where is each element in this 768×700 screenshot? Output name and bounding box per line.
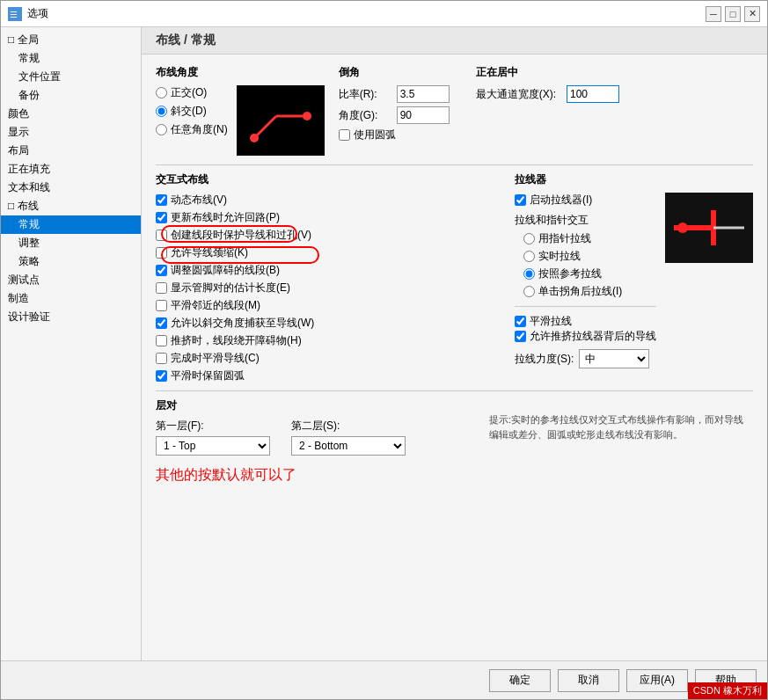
chamfer-angle-input[interactable] bbox=[397, 106, 450, 124]
checkbox-push-obstacle[interactable]: 推挤时，线段绕开障碍物(H) bbox=[156, 333, 501, 348]
checkbox-protect-vias[interactable]: 创建线段时保护导线和过孔(V) bbox=[156, 228, 501, 243]
sidebar-item-routing-adjust[interactable]: 调整 bbox=[1, 234, 141, 252]
csdn-watermark: CSDN 橡木万利 bbox=[688, 682, 767, 699]
layer-section-title: 层对 bbox=[156, 398, 475, 413]
radio-pointer-route[interactable]: 用指针拉线 bbox=[523, 231, 656, 246]
center-title: 正在居中 bbox=[476, 65, 652, 80]
layer-first-col: 第一层(F): 1 - Top bbox=[156, 419, 270, 456]
divider-1 bbox=[156, 164, 753, 165]
chamfer-ratio-input[interactable] bbox=[397, 85, 450, 103]
routing-angle-options: 正交(O) 斜交(D) 任意角度(N) bbox=[156, 85, 228, 137]
layer-second-label: 第二层(S): bbox=[291, 419, 406, 434]
routing-angle-section: 布线角度 正交(O) 斜交(D) bbox=[156, 65, 325, 156]
divider-2 bbox=[156, 390, 753, 391]
content-header: 布线 / 常规 bbox=[142, 27, 767, 55]
router-section: 拉线器 启动拉线器(I) 拉线和指针交互 bbox=[515, 172, 753, 383]
svg-point-5 bbox=[303, 112, 311, 120]
sidebar-item-general[interactable]: 常规 bbox=[1, 49, 141, 68]
radio-click-corner-route[interactable]: 单击拐角后拉线(I) bbox=[523, 284, 656, 299]
interactive-routing-section: 交互式布线 动态布线(V) 更新布线时允许回路(P) bbox=[156, 172, 501, 383]
title-bar: ☰ 选项 ─ □ ✕ bbox=[1, 1, 767, 27]
layer-section: 层对 第一层(F): 1 - Top 第二层(S): bbox=[156, 398, 475, 456]
router-interaction-options: 用指针拉线 实时拉线 按照参考拉线 bbox=[515, 231, 656, 299]
routing-angle-preview bbox=[237, 85, 325, 156]
chamfer-title: 倒角 bbox=[339, 65, 462, 80]
svg-text:☰: ☰ bbox=[10, 10, 18, 19]
sidebar-item-file-location[interactable]: 文件位置 bbox=[1, 68, 141, 86]
sidebar-item-routing[interactable]: □ 布线 bbox=[1, 197, 141, 215]
interactive-routing-title: 交互式布线 bbox=[156, 172, 501, 187]
chamfer-angle-label: 角度(G): bbox=[339, 108, 391, 123]
radio-any-angle[interactable]: 任意角度(N) bbox=[156, 122, 228, 137]
max-channel-input[interactable] bbox=[567, 85, 619, 103]
center-section: 正在居中 最大通道宽度(X): bbox=[476, 65, 652, 156]
sidebar-item-routing-general[interactable]: 常规 bbox=[1, 215, 141, 234]
annotation-text: 其他的按默认就可以了 bbox=[156, 466, 753, 485]
layer-pair: 第一层(F): 1 - Top 第二层(S): 2 - Bottom bbox=[156, 419, 475, 456]
router-inner: 启动拉线器(I) 拉线和指针交互 用指针拉线 bbox=[515, 193, 753, 368]
radio-reference-route[interactable]: 按照参考拉线 bbox=[523, 266, 656, 281]
router-force-select[interactable]: 中 弱 强 bbox=[579, 349, 649, 368]
radio-diagonal[interactable]: 斜交(D) bbox=[156, 104, 228, 119]
router-force-label: 拉线力度(S): bbox=[515, 352, 574, 367]
sidebar-item-backup[interactable]: 备份 bbox=[1, 86, 141, 105]
sidebar-item-testpoint[interactable]: 测试点 bbox=[1, 271, 141, 289]
sidebar-item-text-line[interactable]: 文本和线 bbox=[1, 179, 141, 197]
layer-second-col: 第二层(S): 2 - Bottom bbox=[291, 419, 406, 456]
sidebar-item-filling[interactable]: 正在填充 bbox=[1, 160, 141, 179]
router-enable-checkbox[interactable]: 启动拉线器(I) bbox=[515, 193, 656, 208]
sidebar-item-display[interactable]: 显示 bbox=[1, 123, 141, 142]
chamfer-arc-checkbox[interactable]: 使用圆弧 bbox=[339, 128, 462, 142]
radio-orthogonal[interactable]: 正交(O) bbox=[156, 85, 228, 100]
apply-button[interactable]: 应用(A) bbox=[626, 669, 688, 692]
radio-realtime-route[interactable]: 实时拉线 bbox=[523, 249, 656, 264]
router-interaction-title: 拉线和指针交互 bbox=[515, 213, 656, 228]
sidebar-item-design-verify[interactable]: 设计验证 bbox=[1, 308, 141, 326]
svg-line-2 bbox=[254, 116, 276, 138]
ok-button[interactable]: 确定 bbox=[489, 669, 551, 692]
routing-angle-title: 布线角度 bbox=[156, 65, 325, 80]
router-controls: 启动拉线器(I) 拉线和指针交互 用指针拉线 bbox=[515, 193, 656, 368]
checkbox-arc-obstacle[interactable]: 调整圆弧障碍的线段(B) bbox=[156, 263, 501, 278]
chamfer-section: 倒角 比率(R): 角度(G): 使用圆弧 bbox=[339, 65, 462, 156]
close-button[interactable]: ✕ bbox=[744, 6, 760, 22]
checkbox-update-routing[interactable]: 更新布线时允许回路(P) bbox=[156, 210, 501, 225]
maximize-button[interactable]: □ bbox=[725, 6, 741, 22]
sidebar-item-layout[interactable]: 布局 bbox=[1, 142, 141, 160]
router-visual bbox=[665, 193, 753, 263]
svg-point-4 bbox=[250, 134, 259, 142]
content-area: 布线 / 常规 布线角度 正交(O) bbox=[142, 27, 767, 660]
main-content: □ 全局 常规 文件位置 备份 颜色 显示 布局 正在填充 文本和线 □ 布线 … bbox=[1, 27, 767, 660]
layer-hint-row: 层对 第一层(F): 1 - Top 第二层(S): bbox=[156, 398, 753, 456]
router-force-row: 拉线力度(S): 中 弱 强 bbox=[515, 349, 656, 368]
checkbox-smooth-adjacent[interactable]: 平滑邻近的线段(M) bbox=[156, 298, 501, 313]
sidebar-item-global[interactable]: □ 全局 bbox=[1, 31, 141, 49]
sidebar: □ 全局 常规 文件位置 备份 颜色 显示 布局 正在填充 文本和线 □ 布线 … bbox=[1, 27, 142, 660]
two-col-section: 交互式布线 动态布线(V) 更新布线时允许回路(P) bbox=[156, 172, 753, 383]
router-divider bbox=[515, 306, 656, 307]
window-title: 选项 bbox=[27, 6, 706, 21]
hint-text: 提示:实时的参考拉线仅对交互式布线操作有影响，而对导线编辑或差分、圆弧或蛇形走线… bbox=[489, 412, 753, 441]
router-smooth-checkbox[interactable]: 平滑拉线 bbox=[515, 314, 656, 329]
checkbox-keep-arc[interactable]: 平滑时保留圆弧 bbox=[156, 368, 501, 383]
sidebar-item-routing-strategy[interactable]: 策略 bbox=[1, 252, 141, 271]
interactive-routing-options: 动态布线(V) 更新布线时允许回路(P) 创建线段时保护导线和过孔(V) bbox=[156, 193, 501, 383]
checkbox-pin-length[interactable]: 显示管脚对的估计长度(E) bbox=[156, 281, 501, 295]
router-title: 拉线器 bbox=[515, 172, 753, 187]
chamfer-ratio-label: 比率(R): bbox=[339, 87, 391, 102]
bottom-bar: 确定 取消 应用(A) 帮助 bbox=[1, 660, 767, 699]
sidebar-item-color[interactable]: 颜色 bbox=[1, 105, 141, 123]
sidebar-item-manufacture[interactable]: 制造 bbox=[1, 289, 141, 308]
checkbox-diagonal-capture[interactable]: 允许以斜交角度捕获至导线(W) bbox=[156, 316, 501, 331]
cancel-button[interactable]: 取消 bbox=[558, 669, 619, 692]
router-allow-checkbox[interactable]: 允许推挤拉线器背后的导线 bbox=[515, 329, 656, 344]
layer-first-label: 第一层(F): bbox=[156, 419, 270, 434]
window-icon: ☰ bbox=[8, 7, 22, 21]
minimize-button[interactable]: ─ bbox=[706, 6, 721, 22]
checkbox-smooth-complete[interactable]: 完成时平滑导线(C) bbox=[156, 351, 501, 366]
checkbox-dynamic-routing[interactable]: 动态布线(V) bbox=[156, 193, 501, 208]
layer-second-select[interactable]: 2 - Bottom bbox=[291, 436, 406, 456]
layer-first-select[interactable]: 1 - Top bbox=[156, 436, 270, 456]
max-channel-label: 最大通道宽度(X): bbox=[476, 87, 556, 102]
checkbox-neck[interactable]: 允许导线颈缩(K) bbox=[156, 245, 501, 260]
